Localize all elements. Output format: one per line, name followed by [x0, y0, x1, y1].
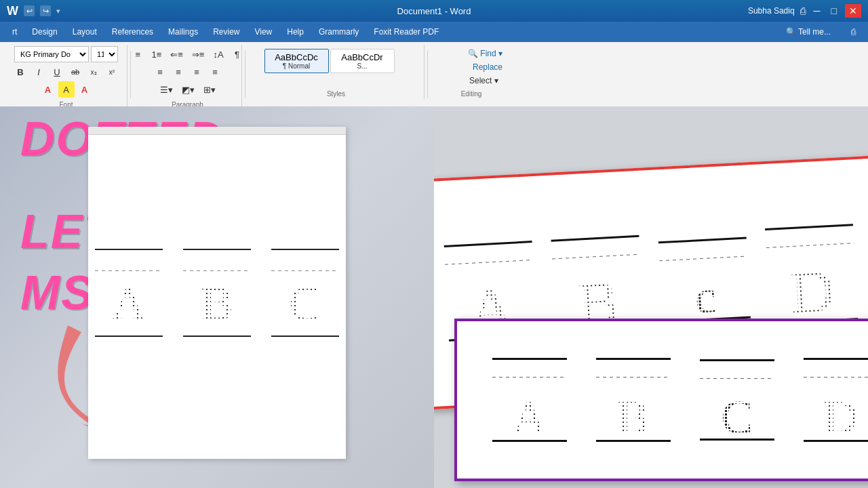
- menu-item-grammarly[interactable]: Grammarly: [312, 24, 366, 39]
- show-marks-button[interactable]: ¶: [229, 46, 245, 62]
- para-row-3: ☰▾ ◩▾ ⊞▾: [157, 81, 219, 98]
- style2-preview: AaBbCcDr: [336, 52, 389, 62]
- style1-name: ¶ Normal: [271, 62, 323, 70]
- undo-button[interactable]: ↩: [24, 5, 35, 16]
- align-center-button[interactable]: ≡: [170, 64, 186, 80]
- purple-A-dash-line: [492, 377, 567, 378]
- font-size-select[interactable]: 11: [91, 46, 118, 62]
- right-panel: A B c D: [434, 106, 868, 488]
- purple-B-dash-line: [596, 377, 671, 378]
- purple-C-bottom-line: [700, 439, 774, 441]
- menu-bar: rt Design Layout References Mailings Rev…: [0, 22, 868, 42]
- title-bar-right: Subha Sadiq ⎙ ─ □ ✕: [748, 4, 861, 18]
- menu-item-mailings[interactable]: Mailings: [161, 24, 205, 39]
- letter-B-char: B: [201, 271, 233, 336]
- red-B-top-line: [551, 235, 639, 242]
- subscript-button[interactable]: x₂: [85, 64, 102, 80]
- username: Subha Sadiq: [748, 6, 795, 16]
- close-icon[interactable]: ✕: [845, 4, 861, 18]
- shading-button[interactable]: ◩▾: [178, 81, 198, 98]
- style-heading1[interactable]: AaBbCcDr S...: [330, 49, 395, 73]
- title-bar: W ↩ ↪ ▾ Document1 - Word Subha Sadiq ⎙ ─…: [0, 0, 868, 22]
- underline-button[interactable]: U: [49, 64, 65, 80]
- find-replace-group: 🔍 Find ▾ Replace Select ▾: [465, 47, 505, 87]
- styles-group-label: Styles: [327, 90, 345, 98]
- paragraph-group-label: Paragraph: [172, 101, 203, 106]
- indent-button[interactable]: ⇒≡: [189, 46, 208, 62]
- align-left-button[interactable]: ≡: [152, 64, 168, 80]
- find-button[interactable]: 🔍 Find ▾: [465, 47, 505, 60]
- title-bar-left: W ↩ ↪ ▾: [7, 4, 60, 18]
- menu-item-rt[interactable]: rt: [5, 24, 24, 39]
- purple-doc-letter-C: C: [700, 359, 774, 441]
- font-group: KG Primary Do 11 B I U ab x₂ x² A A A Fo…: [5, 45, 127, 106]
- font-row-2: B I U ab x₂ x²: [12, 64, 120, 80]
- border-button[interactable]: ⊞▾: [200, 81, 219, 98]
- menu-item-view[interactable]: View: [248, 24, 279, 39]
- bold-button[interactable]: B: [12, 64, 28, 80]
- align-right-button[interactable]: ≡: [189, 64, 205, 80]
- menu-item-review[interactable]: Review: [206, 24, 246, 39]
- menu-item-help[interactable]: Help: [280, 24, 311, 39]
- tell-me-input[interactable]: 🔍 Tell me...: [779, 24, 837, 39]
- editing-group: 🔍 Find ▾ Replace Select ▾ Editing: [431, 45, 512, 99]
- purple-D-bottom-line: [804, 440, 869, 442]
- select-button[interactable]: Select ▾: [465, 75, 505, 87]
- purple-doc-letter-A: A: [492, 358, 567, 442]
- share-button[interactable]: ⎙: [844, 24, 863, 39]
- outdent-button[interactable]: ⇐≡: [167, 46, 186, 62]
- strikethrough-button[interactable]: ab: [67, 64, 83, 80]
- font-row-1: KG Primary Do 11: [14, 46, 118, 62]
- purple-D-dash-line: [804, 377, 869, 378]
- font-color2-button[interactable]: A: [77, 81, 93, 98]
- purple-doc-letter-D: D: [804, 358, 869, 442]
- font-group-label: Font: [59, 101, 73, 106]
- highlight-button[interactable]: A: [58, 81, 75, 98]
- red-D-top-line: [765, 224, 853, 230]
- red-D-char: D: [789, 263, 835, 320]
- purple-border-document: A B C D: [454, 319, 868, 481]
- superscript-button[interactable]: x²: [104, 64, 120, 80]
- menu-item-references[interactable]: References: [105, 24, 160, 39]
- style2-name: S...: [336, 62, 389, 70]
- paragraph-group: ≡ 1≡ ⇐≡ ⇒≡ ↕A ¶ ≡ ≡ ≡ ≡ ☰▾ ◩▾ ⊞▾ Paragra…: [134, 45, 242, 106]
- bullets-button[interactable]: ≡: [130, 46, 146, 62]
- red-D-dash-line: [766, 243, 854, 248]
- menu-item-layout[interactable]: Layout: [66, 24, 104, 39]
- menu-item-design[interactable]: Design: [25, 24, 64, 39]
- purple-A-top-line: [492, 358, 567, 360]
- sort-button[interactable]: ↕A: [210, 46, 226, 62]
- document-page-preview: A B C: [88, 127, 346, 459]
- main-content: DOTTED LETTERS IN MS WORD A: [0, 106, 868, 488]
- menu-item-foxit[interactable]: Foxit Reader PDF: [367, 24, 446, 39]
- styles-group: AaBbCcDc ¶ Normal AaBbCcDr S... Styles: [248, 45, 425, 99]
- letter-C-top-line: [271, 249, 339, 250]
- letter-A-group: A: [95, 249, 163, 337]
- ribbon-toolbar: KG Primary Do 11 B I U ab x₂ x² A A A Fo…: [0, 42, 868, 106]
- minimize-icon[interactable]: ─: [811, 5, 823, 16]
- quick-access-icon: ▾: [56, 7, 60, 16]
- editing-group-label: Editing: [461, 90, 482, 98]
- list-button[interactable]: ☰▾: [157, 81, 176, 98]
- font-color-button[interactable]: A: [40, 81, 56, 98]
- maximize-icon[interactable]: □: [829, 5, 840, 16]
- style-normal[interactable]: AaBbCcDc ¶ Normal: [264, 49, 329, 73]
- purple-D-char: D: [823, 396, 858, 439]
- para-row-1: ≡ 1≡ ⇐≡ ⇒≡ ↕A ¶: [130, 46, 245, 62]
- purple-A-char: A: [512, 396, 547, 439]
- letter-C-group: C: [271, 249, 339, 337]
- left-panel: DOTTED LETTERS IN MS WORD A: [0, 106, 434, 488]
- justify-button[interactable]: ≡: [207, 64, 223, 80]
- redo-button[interactable]: ↪: [40, 5, 51, 16]
- para-row-2: ≡ ≡ ≡ ≡: [152, 64, 223, 80]
- purple-C-top-line: [700, 359, 774, 361]
- replace-button[interactable]: Replace: [465, 61, 505, 73]
- purple-B-top-line: [596, 358, 671, 360]
- separator-3: [427, 51, 428, 98]
- red-doc-letter-D: D: [765, 224, 858, 325]
- style-gallery: AaBbCcDc ¶ Normal AaBbCcDr S...: [262, 46, 411, 76]
- italic-button[interactable]: I: [31, 64, 47, 80]
- letter-C-bottom-line: [271, 336, 339, 337]
- numbering-button[interactable]: 1≡: [148, 46, 165, 62]
- font-family-select[interactable]: KG Primary Do: [14, 46, 89, 62]
